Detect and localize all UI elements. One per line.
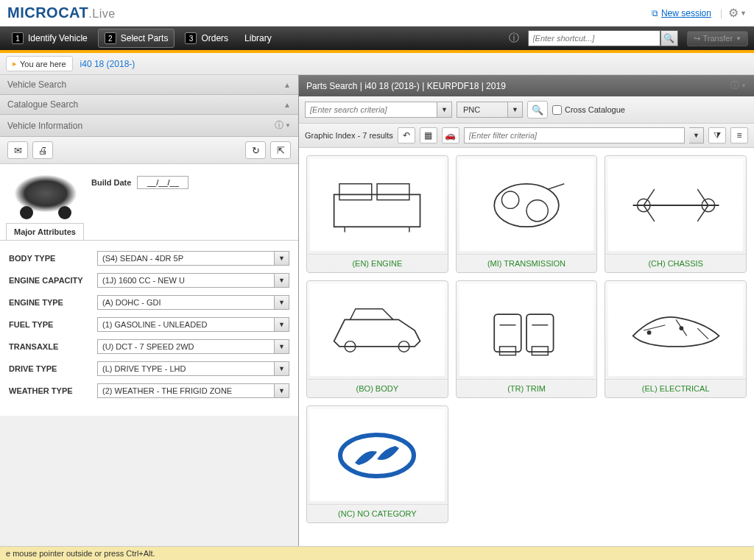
- left-toolbar: ✉ 🖨 ↻ ⇱: [0, 137, 298, 164]
- info-dropdown[interactable]: ⓘ ▼: [275, 119, 291, 132]
- category-label: (CH) CHASSIS: [605, 254, 746, 272]
- category-image: [459, 284, 594, 376]
- svg-rect-1: [339, 183, 372, 199]
- attribute-select[interactable]: (S4) SEDAN - 4DR 5P▼: [97, 251, 289, 266]
- search-dropdown-button[interactable]: ▼: [437, 102, 452, 118]
- attribute-select[interactable]: (2) WEATHER - THE FRIGID ZONE▼: [97, 383, 289, 398]
- search-icon: 🔍: [532, 104, 543, 116]
- vehicle-image: [9, 171, 82, 216]
- brand-logo: MICROCAT.Live: [7, 4, 116, 21]
- filter-input[interactable]: [464, 127, 685, 143]
- step-select-parts[interactable]: 2 Select Parts: [98, 29, 175, 48]
- svg-line-8: [548, 183, 564, 188]
- category-card[interactable]: (TR) TRIM: [456, 280, 598, 398]
- attribute-select[interactable]: (U) DCT - 7 SPEED 2WD▼: [97, 339, 289, 354]
- settings-menu[interactable]: ⚙ ▼: [728, 6, 747, 20]
- arrow-icon: ▸: [13, 59, 17, 68]
- attribute-tabs: Major Attributes: [0, 223, 298, 241]
- collapse-icon: ▲: [283, 81, 291, 89]
- category-card[interactable]: (EL) ELECTRICAL: [605, 280, 747, 398]
- result-bar: Graphic Index - 7 results ↶ ▦ 🚗 ▼ ⧩ ≡: [299, 124, 754, 148]
- email-icon: ✉: [14, 145, 22, 156]
- library-link[interactable]: Library: [239, 30, 278, 46]
- chevron-down-icon[interactable]: ▼: [275, 361, 289, 376]
- help-icon[interactable]: ⓘ: [504, 32, 524, 45]
- chevron-down-icon: ▼: [740, 10, 747, 17]
- attribute-row: WEATHER TYPE(2) WEATHER - THE FRIGID ZON…: [9, 383, 289, 398]
- build-date-input[interactable]: [137, 176, 188, 189]
- refresh-button[interactable]: ↻: [245, 141, 266, 159]
- category-card[interactable]: (BO) BODY: [306, 280, 448, 398]
- list-icon: ≡: [736, 130, 741, 141]
- catalogue-search-section[interactable]: Catalogue Search ▲: [0, 95, 298, 115]
- attribute-label: ENGINE TYPE: [9, 298, 97, 307]
- attribute-row: BODY TYPE(S4) SEDAN - 4DR 5P▼: [9, 251, 289, 266]
- reload-icon: ↶: [403, 130, 410, 141]
- category-image: [310, 284, 445, 376]
- vehicle-view-button[interactable]: 🚗: [442, 127, 459, 143]
- category-label: (MI) TRANSMISSION: [457, 254, 597, 272]
- svg-point-7: [526, 199, 548, 221]
- chevron-down-icon[interactable]: ▼: [275, 383, 289, 398]
- list-view-button[interactable]: ≡: [730, 127, 748, 143]
- filter-dropdown-button[interactable]: ▼: [689, 127, 704, 143]
- category-image: [459, 159, 594, 251]
- attribute-select[interactable]: (1J) 1600 CC - NEW U▼: [97, 273, 289, 288]
- attribute-row: FUEL TYPE(1) GASOLINE - UNLEADED▼: [9, 317, 289, 332]
- category-card[interactable]: (NC) NO CATEGORY: [306, 405, 448, 523]
- export-button[interactable]: ⇱: [270, 141, 291, 159]
- pnc-dropdown-button[interactable]: ▼: [508, 102, 523, 118]
- category-card[interactable]: (CH) CHASSIS: [605, 155, 747, 273]
- chevron-down-icon[interactable]: ▼: [275, 251, 289, 266]
- attribute-value: (L) DRIVE TYPE - LHD: [97, 361, 275, 376]
- new-session-icon: ⧉: [652, 8, 658, 18]
- attribute-select[interactable]: (L) DRIVE TYPE - LHD▼: [97, 361, 289, 376]
- category-card[interactable]: (MI) TRANSMISSION: [456, 155, 598, 273]
- attribute-row: ENGINE CAPACITY(1J) 1600 CC - NEW U▼: [9, 273, 289, 288]
- search-criteria-input[interactable]: [305, 102, 437, 118]
- app-header: MICROCAT.Live ⧉ New session | ⚙ ▼: [0, 0, 754, 26]
- filter-button[interactable]: ⧩: [708, 127, 726, 143]
- breadcrumb-model[interactable]: i40 18 (2018-): [80, 59, 135, 69]
- right-panel: Parts Search | i40 18 (2018-) | KEURPDF1…: [299, 75, 754, 560]
- tab-major-attributes[interactable]: Major Attributes: [6, 223, 84, 240]
- shortcut-search-button[interactable]: 🔍: [660, 30, 678, 46]
- transfer-button[interactable]: ↪ Transfer ▼: [687, 31, 748, 46]
- grid-view-button[interactable]: ▦: [420, 127, 437, 143]
- svg-rect-2: [377, 183, 409, 199]
- search-button[interactable]: 🔍: [527, 101, 548, 118]
- attribute-label: TRANSAXLE: [9, 342, 97, 351]
- main-toolbar: 1 Identify Vehicle 2 Select Parts 3 Orde…: [0, 26, 754, 50]
- category-label: (BO) BODY: [307, 379, 448, 397]
- refresh-icon: ↻: [252, 145, 260, 156]
- print-button[interactable]: 🖨: [32, 141, 53, 159]
- category-image: [608, 284, 743, 376]
- chevron-down-icon[interactable]: ▼: [275, 339, 289, 354]
- shortcut-input[interactable]: [528, 30, 660, 46]
- attribute-select[interactable]: (A) DOHC - GDI▼: [97, 295, 289, 310]
- breadcrumb-label: ▸ You are here: [6, 56, 73, 71]
- chevron-down-icon[interactable]: ▼: [275, 295, 289, 310]
- info-dropdown[interactable]: ⓘ ▼: [730, 79, 747, 92]
- attribute-label: WEATHER TYPE: [9, 386, 97, 395]
- search-icon: 🔍: [663, 33, 674, 43]
- cross-catalogue-option[interactable]: Cross Catalogue: [552, 105, 625, 115]
- chevron-down-icon[interactable]: ▼: [275, 317, 289, 332]
- category-label: (EL) ELECTRICAL: [605, 379, 746, 397]
- cross-catalogue-checkbox[interactable]: [552, 105, 562, 115]
- attributes-list: BODY TYPE(S4) SEDAN - 4DR 5P▼ENGINE CAPA…: [0, 241, 298, 416]
- category-card[interactable]: (EN) ENGINE: [306, 155, 448, 273]
- chevron-down-icon[interactable]: ▼: [275, 273, 289, 288]
- vehicle-search-section[interactable]: Vehicle Search ▲: [0, 75, 298, 95]
- email-button[interactable]: ✉: [7, 141, 28, 159]
- attribute-row: TRANSAXLE(U) DCT - 7 SPEED 2WD▼: [9, 339, 289, 354]
- print-icon: 🖨: [38, 145, 48, 156]
- step-orders[interactable]: 3 Orders: [179, 29, 234, 47]
- reload-button[interactable]: ↶: [398, 127, 415, 143]
- gear-icon: ⚙: [728, 6, 739, 20]
- step-identify-vehicle[interactable]: 1 Identify Vehicle: [6, 29, 94, 47]
- attribute-select[interactable]: (1) GASOLINE - UNLEADED▼: [97, 317, 289, 332]
- vehicle-information-section[interactable]: Vehicle Information ⓘ ▼: [0, 115, 298, 137]
- svg-point-20: [646, 330, 651, 335]
- new-session-link[interactable]: New session: [661, 8, 711, 18]
